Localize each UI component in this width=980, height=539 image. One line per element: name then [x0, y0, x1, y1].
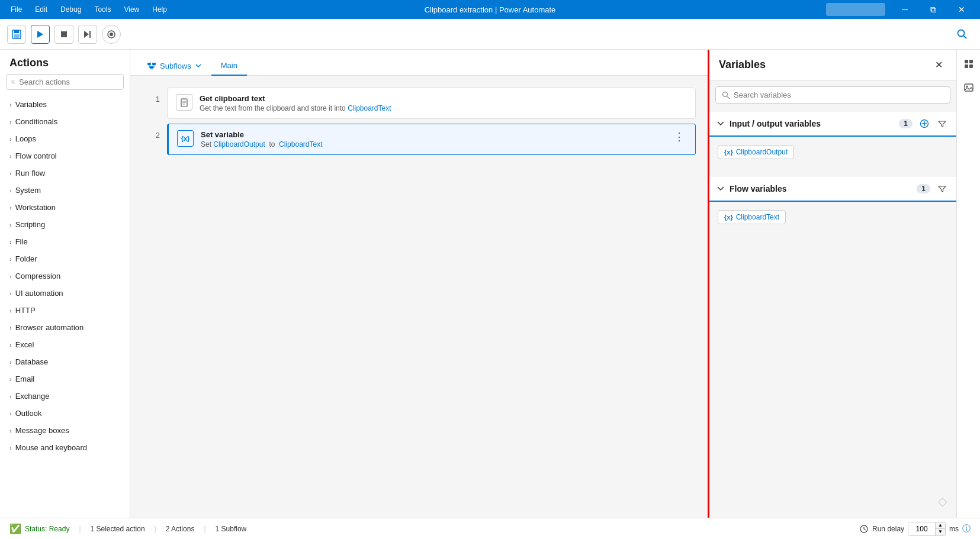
- chevron-icon: ›: [9, 410, 12, 417]
- stop-button[interactable]: [54, 25, 73, 44]
- filter-flow-variables-button[interactable]: [935, 182, 949, 196]
- action-item-compression[interactable]: › Compression: [0, 267, 130, 285]
- action-label: Message boxes: [15, 426, 69, 435]
- variables-close-button[interactable]: ✕: [930, 57, 947, 73]
- action-item-flow-control[interactable]: › Flow control: [0, 147, 130, 164]
- close-button[interactable]: ✕: [948, 0, 975, 19]
- action-item-file[interactable]: › File: [0, 233, 130, 250]
- flow-step-1: 1 Get clipboard text Get the text from t…: [142, 88, 696, 119]
- chevron-icon: ›: [9, 359, 12, 366]
- info-icon[interactable]: ⓘ: [962, 524, 971, 534]
- minimize-button[interactable]: ─: [891, 0, 918, 19]
- chevron-icon: ›: [9, 238, 12, 246]
- step-menu-button[interactable]: ⋮: [671, 130, 687, 143]
- action-item-browser-automation[interactable]: › Browser automation: [0, 319, 130, 336]
- step-body: Set variable Set ClipboardOutput to Clip…: [201, 130, 664, 149]
- titlebar-menu: File Edit Debug Tools View Help: [5, 3, 173, 16]
- step-card-set-variable[interactable]: {x} Set variable Set ClipboardOutput to …: [167, 124, 696, 155]
- action-item-message-boxes[interactable]: › Message boxes: [0, 422, 130, 439]
- menu-debug[interactable]: Debug: [54, 3, 87, 16]
- filter-variables-button[interactable]: [935, 117, 949, 131]
- variables-search-box[interactable]: [715, 86, 950, 104]
- step-number: 2: [142, 124, 160, 140]
- svg-rect-1: [14, 30, 19, 33]
- action-label: Browser automation: [15, 323, 84, 332]
- action-label: Loops: [15, 134, 36, 143]
- action-label: HTTP: [15, 306, 36, 315]
- user-profile[interactable]: [826, 3, 885, 16]
- svg-rect-31: [965, 64, 968, 68]
- clipboard-text-link[interactable]: ClipboardText: [348, 104, 391, 112]
- action-item-loops[interactable]: › Loops: [0, 130, 130, 147]
- image-icon[interactable]: [959, 78, 978, 97]
- action-label: Excel: [15, 340, 34, 349]
- tab-main[interactable]: Main: [211, 56, 247, 76]
- selected-actions-count: 1 Selected action: [91, 525, 145, 533]
- canvas-search-button[interactable]: [952, 24, 973, 45]
- chevron-icon: ›: [9, 324, 12, 331]
- record-button[interactable]: [102, 25, 121, 44]
- action-item-database[interactable]: › Database: [0, 353, 130, 370]
- add-variable-button[interactable]: [917, 117, 931, 131]
- action-label: Folder: [15, 254, 37, 263]
- action-item-excel[interactable]: › Excel: [0, 336, 130, 353]
- run-delay-input[interactable]: [908, 522, 935, 535]
- search-variables-input[interactable]: [734, 91, 944, 99]
- action-item-scripting[interactable]: › Scripting: [0, 216, 130, 233]
- variables-search-icon: [722, 91, 730, 99]
- action-item-variables[interactable]: › Variables: [0, 96, 130, 113]
- svg-marker-5: [84, 31, 89, 38]
- svg-rect-13: [147, 63, 151, 65]
- svg-point-9: [958, 30, 965, 36]
- input-output-section-body: {x} ClipboardOutput: [709, 137, 956, 172]
- flow-variables-section-header[interactable]: Flow variables 1: [709, 177, 956, 202]
- action-item-outlook[interactable]: › Outlook: [0, 405, 130, 422]
- action-item-mouse-keyboard[interactable]: › Mouse and keyboard: [0, 439, 130, 456]
- menu-view[interactable]: View: [118, 3, 145, 16]
- next-step-button[interactable]: [78, 25, 97, 44]
- set-var-output-link[interactable]: ClipboardOutput: [213, 140, 265, 149]
- chevron-icon: ›: [9, 187, 12, 194]
- action-item-ui-automation[interactable]: › UI automation: [0, 285, 130, 302]
- canvas-area: Subflows Main 1 Get clipboard text Get t…: [130, 50, 708, 518]
- svg-line-37: [864, 529, 866, 530]
- set-var-input-link[interactable]: ClipboardText: [279, 140, 322, 149]
- svg-rect-30: [969, 60, 973, 63]
- action-item-http[interactable]: › HTTP: [0, 302, 130, 319]
- step-desc: Set ClipboardOutput to ClipboardText: [201, 140, 664, 149]
- action-label: System: [15, 186, 41, 195]
- menu-file[interactable]: File: [5, 3, 28, 16]
- action-item-run-flow[interactable]: › Run flow: [0, 164, 130, 182]
- action-item-exchange[interactable]: › Exchange: [0, 388, 130, 405]
- menu-help[interactable]: Help: [146, 3, 173, 16]
- actions-search-box[interactable]: [6, 74, 124, 90]
- run-delay-up[interactable]: ▲: [936, 522, 945, 529]
- menu-edit[interactable]: Edit: [29, 3, 53, 16]
- input-output-section-header[interactable]: Input / output variables 1: [709, 112, 956, 137]
- clipboard-output-chip[interactable]: {x} ClipboardOutput: [718, 145, 794, 159]
- clipboard-text-chip[interactable]: {x} ClipboardText: [718, 210, 786, 224]
- restore-button[interactable]: ⧉: [920, 0, 947, 19]
- subflows-button[interactable]: Subflows: [140, 56, 209, 75]
- status-ready: ✅ Status: Ready: [9, 523, 69, 534]
- chevron-icon: ›: [9, 101, 12, 108]
- action-item-system[interactable]: › System: [0, 182, 130, 199]
- menu-tools[interactable]: Tools: [88, 3, 117, 16]
- step-card-get-clipboard[interactable]: Get clipboard text Get the text from the…: [167, 88, 696, 119]
- flow-step-2: 2 {x} Set variable Set ClipboardOutput t…: [142, 124, 696, 155]
- action-item-email[interactable]: › Email: [0, 370, 130, 388]
- action-item-workstation[interactable]: › Workstation: [0, 199, 130, 216]
- search-actions-input[interactable]: [19, 78, 118, 86]
- flow-variables-section: Flow variables 1 {x} ClipboardText: [709, 177, 956, 237]
- run-delay-down[interactable]: ▼: [936, 528, 945, 535]
- action-label: Workstation: [15, 203, 56, 212]
- flow-variables-section-body: {x} ClipboardText: [709, 202, 956, 237]
- run-button[interactable]: [31, 25, 50, 44]
- ms-label: ms: [949, 525, 959, 533]
- action-item-conditionals[interactable]: › Conditionals: [0, 113, 130, 130]
- save-button[interactable]: [7, 25, 26, 44]
- assets-icon[interactable]: [959, 54, 978, 73]
- action-item-folder[interactable]: › Folder: [0, 250, 130, 267]
- action-label: Conditionals: [15, 117, 58, 126]
- watermark-icon: ◇: [938, 494, 947, 508]
